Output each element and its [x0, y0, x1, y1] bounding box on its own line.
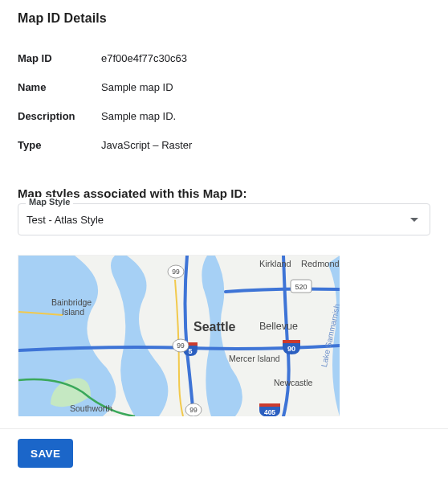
svg-text:90: 90 — [287, 345, 295, 353]
details-key: Description — [18, 110, 101, 122]
styles-heading: Map styles associated with this Map ID: — [18, 186, 430, 200]
svg-text:Southworth: Southworth — [70, 403, 112, 413]
svg-text:99: 99 — [177, 342, 185, 350]
details-row-type: Type JavaScript – Raster — [18, 130, 430, 159]
details-row-name: Name Sample map ID — [18, 72, 430, 101]
svg-text:Bellevue: Bellevue — [259, 321, 298, 332]
svg-text:Seattle: Seattle — [193, 320, 236, 334]
map-style-select[interactable]: Map Style Test - Atlas Style — [18, 203, 430, 235]
details-row-description: Description Sample map ID. — [18, 101, 430, 130]
footer-bar: SAVE — [0, 428, 448, 479]
svg-text:Island: Island — [62, 307, 84, 317]
details-table: Map ID e7f00e4f77c30c63 Name Sample map … — [18, 43, 430, 159]
details-key: Name — [18, 81, 101, 93]
svg-text:Redmond: Redmond — [301, 259, 340, 268]
details-value: JavaScript – Raster — [101, 139, 192, 151]
map-style-selected: Test - Atlas Style — [26, 214, 104, 226]
svg-text:99: 99 — [172, 268, 180, 276]
details-row-mapid: Map ID e7f00e4f77c30c63 — [18, 43, 430, 72]
details-key: Map ID — [18, 52, 101, 64]
svg-text:99: 99 — [189, 406, 198, 414]
details-value: e7f00e4f77c30c63 — [101, 52, 187, 64]
map-style-label: Map Style — [26, 197, 73, 207]
svg-text:Newcastle: Newcastle — [274, 378, 313, 387]
map-preview: 520 90 5 405 — [18, 255, 339, 416]
details-value: Sample map ID. — [101, 110, 176, 122]
svg-text:Bainbridge: Bainbridge — [51, 297, 92, 307]
svg-rect-3 — [283, 340, 300, 343]
dropdown-caret-icon — [410, 218, 418, 222]
svg-text:Mercer Island: Mercer Island — [229, 354, 280, 363]
details-key: Type — [18, 139, 101, 151]
svg-text:405: 405 — [264, 408, 275, 416]
svg-text:Kirkland: Kirkland — [259, 259, 291, 268]
details-value: Sample map ID — [101, 81, 173, 93]
save-button[interactable]: SAVE — [18, 439, 73, 468]
svg-rect-7 — [259, 403, 280, 407]
page-title: Map ID Details — [18, 11, 430, 26]
svg-text:5: 5 — [188, 347, 192, 355]
svg-text:520: 520 — [295, 283, 307, 291]
